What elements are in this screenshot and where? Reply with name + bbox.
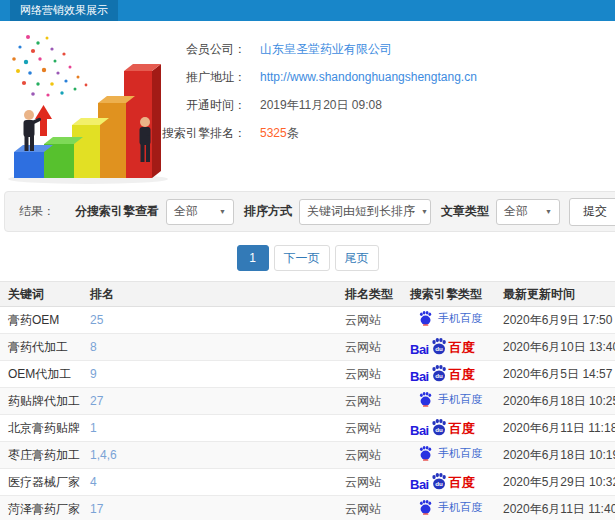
updated-time-cell: 2020年6月11日 11:18 (495, 415, 615, 442)
result-label: 结果： (19, 203, 55, 220)
col-rank: 排名 (82, 282, 337, 307)
rank-link[interactable]: 9 (82, 361, 337, 388)
engine-cell: Baidu百度 (402, 415, 495, 442)
baidu-logo: Baidu百度 (410, 473, 475, 492)
info-label: 推广地址： (158, 69, 246, 86)
rank-link[interactable]: 17 (82, 496, 337, 520)
baidu-paw-icon: du (430, 365, 448, 383)
svg-text:du: du (435, 426, 443, 433)
table-row: 药贴牌代加工27云网站手机百度2020年6月18日 10:25 (0, 388, 615, 415)
rank-link[interactable]: 4 (82, 469, 337, 496)
mobile-baidu-logo: 手机百度 (418, 446, 482, 461)
baidu-paw-icon (418, 500, 433, 515)
info-value[interactable]: http://www.shandonghuangshengtang.cn (260, 70, 477, 84)
article-type-value: 全部 (504, 203, 528, 220)
info-panel: 会员公司： 山东皇圣堂药业有限公司 推广地址： http://www.shand… (158, 35, 608, 147)
sort-select[interactable]: 关键词由短到长排序 ▼ (299, 199, 431, 225)
mobile-baidu-logo: 手机百度 (418, 392, 482, 407)
rank-link[interactable]: 1 (82, 415, 337, 442)
baidu-paw-icon: du (430, 473, 448, 491)
table-header-row: 关键词 排名 排名类型 搜索引擎类型 最新更新时间 (0, 282, 615, 307)
page-title: 网络营销效果展示 (10, 0, 118, 21)
mobile-baidu-logo: 手机百度 (418, 500, 482, 515)
keyword-cell: 膏药OEM (0, 307, 82, 334)
sort-label: 排序方式 (244, 203, 292, 220)
baidu-paw-icon (418, 311, 433, 326)
rank-type-cell: 云网站 (337, 388, 402, 415)
info-row: 开通时间： 2019年11月20日 09:08 (158, 91, 608, 119)
keyword-ranking-table: 关键词 排名 排名类型 搜索引擎类型 最新更新时间 膏药OEM25云网站手机百度… (0, 281, 615, 520)
filter-bar: 结果： 分搜索引擎查看 全部 ▼ 排序方式 关键词由短到长排序 ▼ 文章类型 全… (4, 191, 615, 232)
baidu-logo: Baidu百度 (410, 419, 475, 438)
rank-link[interactable]: 8 (82, 334, 337, 361)
table-row: 北京膏药贴牌1云网站Baidu百度2020年6月11日 11:18 (0, 415, 615, 442)
keyword-cell: 枣庄膏药加工 (0, 442, 82, 469)
engine-cell: Baidu百度 (402, 469, 495, 496)
col-updated: 最新更新时间 (495, 282, 615, 307)
info-label: 开通时间： (158, 97, 246, 114)
article-type-select[interactable]: 全部 ▼ (496, 199, 560, 225)
rank-link[interactable]: 27 (82, 388, 337, 415)
updated-time-cell: 2020年5月29日 10:32 (495, 469, 615, 496)
info-label: 会员公司： (158, 41, 246, 58)
header-bar: 网络营销效果展示 (0, 0, 615, 21)
col-engine-type: 搜索引擎类型 (402, 282, 495, 307)
count-unit: 条 (287, 126, 299, 140)
engine-cell: 手机百度 (402, 496, 495, 520)
info-row: 搜索引擎排名： 5325条 (158, 119, 608, 147)
engine-filter-value: 全部 (174, 203, 198, 220)
engine-cell: Baidu百度 (402, 334, 495, 361)
table-row: 枣庄膏药加工1,4,6云网站手机百度2020年6月18日 10:19 (0, 442, 615, 469)
page-last-button[interactable]: 尾页 (335, 245, 379, 271)
chevron-down-icon: ▼ (545, 208, 552, 215)
info-value: 2019年11月20日 09:08 (260, 97, 382, 114)
rank-type-cell: 云网站 (337, 496, 402, 520)
engine-filter-select[interactable]: 全部 ▼ (166, 199, 234, 225)
sort-value: 关键词由短到长排序 (307, 203, 415, 220)
rank-type-cell: 云网站 (337, 469, 402, 496)
baidu-paw-icon (418, 446, 433, 461)
chevron-down-icon: ▼ (219, 208, 226, 215)
info-row: 推广地址： http://www.shandonghuangshengtang.… (158, 63, 608, 91)
page-next-button[interactable]: 下一页 (274, 245, 330, 271)
pagination: 1 下一页 尾页 (0, 245, 615, 271)
baidu-paw-icon (418, 392, 433, 407)
rank-type-cell: 云网站 (337, 334, 402, 361)
mobile-baidu-logo: 手机百度 (418, 311, 482, 326)
engine-rank-count: 5325 (260, 126, 287, 140)
keyword-cell: 医疗器械厂家 (0, 469, 82, 496)
svg-text:du: du (435, 345, 443, 352)
col-rank-type: 排名类型 (337, 282, 402, 307)
keyword-cell: 菏泽膏药厂家 (0, 496, 82, 520)
filter-controls: 分搜索引擎查看 全部 ▼ 排序方式 关键词由短到长排序 ▼ 文章类型 全部 ▼ … (65, 198, 615, 226)
info-row: 会员公司： 山东皇圣堂药业有限公司 (158, 35, 608, 63)
baidu-logo: Baidu百度 (410, 338, 475, 357)
table-row: 菏泽膏药厂家17云网站手机百度2020年6月11日 11:40 (0, 496, 615, 520)
baidu-logo: Baidu百度 (410, 365, 475, 384)
rank-link[interactable]: 1,4,6 (82, 442, 337, 469)
rank-link[interactable]: 25 (82, 307, 337, 334)
updated-time-cell: 2020年6月18日 10:25 (495, 388, 615, 415)
keyword-cell: OEM代加工 (0, 361, 82, 388)
rank-type-cell: 云网站 (337, 361, 402, 388)
table-row: OEM代加工9云网站Baidu百度2020年6月5日 14:57 (0, 361, 615, 388)
col-keyword: 关键词 (0, 282, 82, 307)
rank-type-cell: 云网站 (337, 307, 402, 334)
info-value[interactable]: 山东皇圣堂药业有限公司 (260, 41, 392, 58)
submit-button[interactable]: 提交 (569, 198, 615, 226)
rank-type-cell: 云网站 (337, 415, 402, 442)
svg-text:du: du (435, 480, 443, 487)
updated-time-cell: 2020年6月18日 10:19 (495, 442, 615, 469)
svg-text:du: du (435, 372, 443, 379)
rank-type-cell: 云网站 (337, 442, 402, 469)
page-current[interactable]: 1 (237, 245, 269, 271)
chevron-down-icon: ▼ (421, 208, 428, 215)
keyword-cell: 北京膏药贴牌 (0, 415, 82, 442)
info-label: 搜索引擎排名： (158, 125, 246, 142)
engine-cell: 手机百度 (402, 307, 495, 334)
info-value: 5325条 (260, 125, 299, 142)
engine-cell: 手机百度 (402, 388, 495, 415)
keyword-cell: 药贴牌代加工 (0, 388, 82, 415)
baidu-paw-icon: du (430, 338, 448, 356)
table-row: 膏药OEM25云网站手机百度2020年6月9日 17:50 (0, 307, 615, 334)
